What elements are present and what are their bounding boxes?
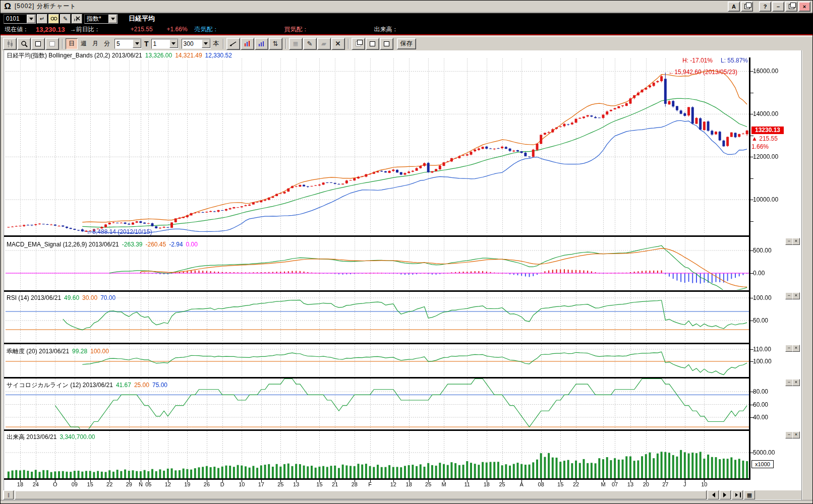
copy-window-button[interactable] [741, 2, 753, 12]
y-axis-label: 14000.00 [753, 110, 778, 117]
indicator-value: 49.60 [64, 294, 79, 301]
symbol-clear-button[interactable] [72, 14, 82, 24]
splitter-grip[interactable]: ∥ [4, 490, 14, 499]
binoculars-icon [50, 16, 57, 21]
indicator-value: 100.00 [90, 348, 109, 355]
period-month-button[interactable]: 月 [90, 39, 101, 49]
ma-select[interactable]: 5 [114, 39, 142, 49]
x-axis-label: 13 [291, 481, 302, 487]
chart-hscrollbar[interactable]: ∥ ▦ [4, 490, 801, 499]
x-axis-label: 10 [699, 481, 710, 487]
panel-minimize-button[interactable]: − [785, 379, 793, 386]
indicator-value: -260.45 [146, 241, 166, 248]
indicator-add-button[interactable] [241, 38, 254, 50]
panel-close-button[interactable]: × [792, 292, 800, 299]
panel-close-button[interactable]: × [792, 379, 800, 386]
delete-drawing-button[interactable]: ✕ [331, 38, 345, 50]
indicator-value: 12,330.52 [205, 52, 232, 59]
template-save-button[interactable] [380, 38, 393, 50]
new-page-button[interactable] [31, 38, 45, 50]
x-axis-label: 09 [69, 481, 80, 487]
indicator-value: 99.28 [72, 348, 87, 355]
volume-label: 出来高： [374, 25, 398, 34]
y-axis-label: 500.00 [753, 247, 772, 254]
scroll-right-button[interactable] [720, 490, 731, 499]
change-pct-value: +1.66% [167, 26, 188, 33]
chart-toolbar: 日 週 月 分 5 T 1 300 本 ⇅ ▦ ✎ ▰ ✕ [1, 36, 812, 50]
panel-close-button[interactable]: × [792, 431, 800, 438]
indicator-value: 41.67 [116, 382, 131, 389]
help-button[interactable]: ? [759, 2, 771, 12]
page-disabled-icon [49, 41, 55, 46]
magnifier-icon [21, 40, 28, 47]
change-value: +215.55 [131, 26, 153, 33]
indicator-value: 3,340,700.00 [60, 433, 95, 440]
panel-minimize-button[interactable]: − [785, 292, 793, 299]
font-size-button[interactable]: A [728, 2, 740, 12]
period-day-button[interactable]: 日 [66, 38, 78, 49]
period-minute-button[interactable]: 分 [101, 39, 112, 49]
minimize-button[interactable]: – [772, 2, 784, 12]
grid-button[interactable]: ▦ [289, 38, 303, 50]
symbol-enter-button[interactable]: ↵ [37, 14, 47, 24]
x-axis-label: 18 [403, 481, 415, 487]
trendline-button[interactable] [226, 38, 240, 50]
save-button[interactable]: 保存 [397, 38, 416, 49]
panel-header-kairi: 乖離度 (20) 2013/06/2199.28100.00 [6, 347, 110, 356]
panel-minimize-button[interactable]: − [785, 345, 793, 352]
y-axis-label: 12000.00 [753, 153, 778, 160]
quote-bar: 現在値： 13,230.13 →前日比： +215.55 +1.66% 売気配：… [1, 24, 812, 35]
x-axis-label: 19 [182, 481, 193, 487]
panel-header-rsi: RSI (14) 2013/06/2149.6030.0070.00 [6, 294, 117, 301]
indicator-value: 0.00 [186, 241, 198, 248]
x-axis-label: 25 [497, 481, 508, 487]
symbol-memo-button[interactable]: ✎ [60, 14, 71, 24]
hscroll-thumb[interactable] [15, 490, 707, 499]
high-point-label: ←15,942.60 (2013/05/23) [668, 69, 737, 76]
bars-dropdown-arrow[interactable] [202, 39, 210, 48]
symbol-search-button[interactable] [48, 14, 59, 24]
interval-select[interactable]: 1 [151, 39, 179, 49]
panel-close-button[interactable]: × [792, 345, 800, 352]
page-restore-button[interactable] [45, 38, 59, 50]
panel-minimize-button[interactable]: − [785, 238, 793, 245]
layout-button[interactable]: ▦ [744, 490, 755, 499]
panel-minimize-button[interactable]: − [785, 431, 793, 438]
x-axis-label: 11 [461, 481, 473, 487]
scroll-left-button[interactable] [708, 490, 719, 499]
close-button[interactable]: × [798, 2, 810, 12]
price-tag-change: ▲ 215.55 [751, 135, 778, 142]
scroll-end-button[interactable] [732, 490, 743, 499]
category-value: 指数* [85, 15, 106, 23]
copy-chart-button[interactable] [352, 38, 365, 50]
category-dropdown-arrow[interactable] [108, 15, 117, 23]
x-axis-label: 22 [104, 481, 115, 487]
eraser-button[interactable]: ▰ [317, 38, 331, 50]
sort-button[interactable]: ⇅ [269, 38, 282, 50]
restore-button[interactable] [785, 2, 797, 12]
bars-select[interactable]: 300 [182, 39, 211, 49]
interval-dropdown-arrow[interactable] [169, 39, 178, 48]
ma-dropdown-arrow[interactable] [133, 39, 141, 48]
zoom-button[interactable] [17, 38, 31, 50]
x-axis-label: 28 [349, 481, 360, 487]
ask-label: 売気配： [195, 25, 219, 34]
panel-close-button[interactable]: × [792, 238, 800, 245]
left-arrow-icon [710, 492, 715, 497]
x-axis-label: 26 [201, 481, 212, 487]
indicator-sub-button[interactable] [255, 38, 268, 50]
y-axis-label: 0.00 [753, 270, 765, 277]
chart-area: 日経平均(指数) Bollinger_Bands (20,2) 2013/06/… [1, 50, 813, 504]
candle-style-button[interactable] [3, 38, 17, 50]
indicator-title: 日経平均(指数) Bollinger_Bands (20,2) 2013/06/… [7, 52, 142, 59]
low-point-label: ←8,488.14 (2012/10/15) [86, 228, 152, 235]
restore-icon [789, 4, 794, 9]
symbol-code-dropdown-arrow[interactable] [27, 15, 35, 23]
category-select[interactable]: 指数* [84, 14, 118, 24]
x-axis-label: 27 [660, 481, 671, 487]
template-load-button[interactable] [366, 38, 379, 50]
draw-button[interactable]: ✎ [303, 38, 317, 50]
period-week-button[interactable]: 週 [78, 39, 89, 49]
right-arrow-icon [735, 493, 740, 497]
symbol-code-input[interactable]: 0101 [4, 14, 36, 24]
